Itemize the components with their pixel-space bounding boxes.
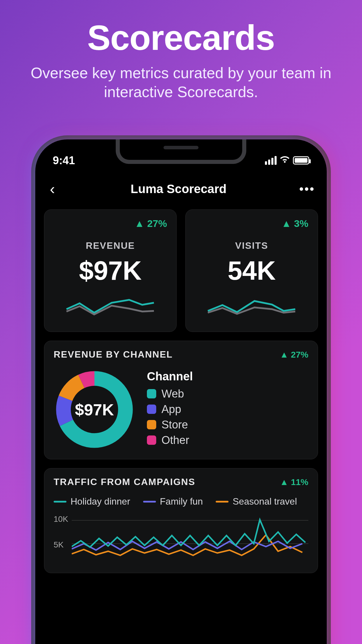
series-item: Holiday dinner <box>54 496 130 507</box>
metric-label: VISITS <box>195 240 308 251</box>
legend-label: Web <box>161 388 184 400</box>
card-delta: ▲ 27% <box>280 350 308 360</box>
y-tick: 5K <box>54 540 68 550</box>
series-label: Seasonal travel <box>233 496 297 507</box>
y-tick: 10K <box>54 514 68 524</box>
legend-item: App <box>147 403 193 416</box>
donut-chart: $97K <box>54 369 135 450</box>
sparkline <box>195 295 308 318</box>
nav-bar: ‹ Luma Scorecard ••• <box>35 172 327 209</box>
more-button[interactable]: ••• <box>299 183 315 196</box>
legend-label: Store <box>161 419 188 431</box>
series-label: Family fun <box>160 496 203 507</box>
metric-delta: ▲ 3% <box>195 218 308 229</box>
revenue-by-channel-card[interactable]: REVENUE BY CHANNEL ▲ 27% $97K <box>44 341 318 459</box>
swatch-icon <box>147 405 156 414</box>
legend: Channel Web App Store <box>147 370 193 449</box>
promo-subtitle: Oversee key metrics curated by your team… <box>12 64 350 102</box>
legend-title: Channel <box>147 370 193 383</box>
legend-item: Store <box>147 419 193 431</box>
phone-notch <box>116 139 246 164</box>
series-legend: Holiday dinner Family fun Seasonal trave… <box>54 496 308 507</box>
status-time: 9:41 <box>53 154 75 167</box>
metric-value: $97K <box>54 256 167 286</box>
wifi-icon <box>280 155 290 166</box>
legend-label: App <box>161 403 181 416</box>
series-color-icon <box>216 501 229 503</box>
card-delta: ▲ 11% <box>280 477 308 487</box>
series-label: Holiday dinner <box>71 496 130 507</box>
promo-title: Scorecards <box>12 18 350 58</box>
phone-frame: 9:41 ‹ Luma Scorecard ••• ▲ 27% REVENUE <box>35 139 327 644</box>
series-color-icon <box>143 501 156 503</box>
card-title: REVENUE BY CHANNEL <box>54 349 173 360</box>
battery-icon <box>293 156 309 164</box>
traffic-line-chart <box>72 514 308 564</box>
promo-header: Scorecards Oversee key metrics curated b… <box>0 0 362 110</box>
card-title: TRAFFIC FROM CAMPAIGNS <box>54 477 195 487</box>
legend-item: Web <box>147 388 193 400</box>
metric-card-visits[interactable]: ▲ 3% VISITS 54K <box>185 209 318 332</box>
metric-card-revenue[interactable]: ▲ 27% REVENUE $97K <box>44 209 177 332</box>
metric-label: REVENUE <box>54 240 167 251</box>
series-item: Family fun <box>143 496 203 507</box>
swatch-icon <box>147 435 156 445</box>
traffic-card[interactable]: TRAFFIC FROM CAMPAIGNS ▲ 11% Holiday din… <box>44 468 318 573</box>
swatch-icon <box>147 389 156 398</box>
cellular-icon <box>265 156 277 165</box>
legend-label: Other <box>161 434 189 447</box>
metric-delta: ▲ 27% <box>54 218 167 229</box>
legend-item: Other <box>147 434 193 447</box>
series-color-icon <box>54 501 66 503</box>
swatch-icon <box>147 420 156 429</box>
donut-center-value: $97K <box>54 369 135 450</box>
y-axis-labels: 10K 5K <box>54 514 68 550</box>
metric-value: 54K <box>195 256 308 286</box>
sparkline <box>54 295 167 318</box>
back-button[interactable]: ‹ <box>47 180 58 198</box>
series-item: Seasonal travel <box>216 496 297 507</box>
page-title: Luma Scorecard <box>131 182 226 196</box>
